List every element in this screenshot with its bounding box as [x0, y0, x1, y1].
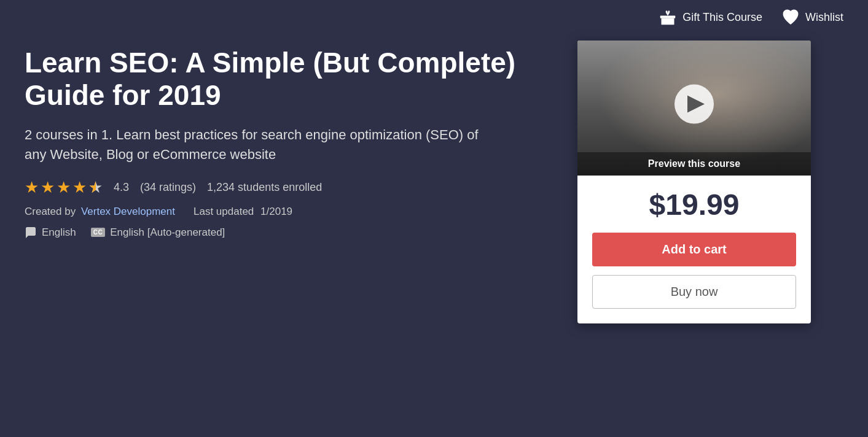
star-4: ★ [72, 178, 87, 197]
card-body: $19.99 Add to cart Buy now [577, 176, 811, 323]
star-2: ★ [41, 178, 55, 197]
svg-rect-0 [660, 15, 676, 18]
top-bar: Gift This Course Wishlist [0, 0, 868, 34]
author-name: Vertex Development [81, 206, 175, 217]
preview-label: Preview this course [577, 152, 811, 176]
created-by-label: Created by Vertex Development [25, 206, 175, 218]
last-updated: Last updated 1/2019 [194, 206, 292, 218]
language-item: English [25, 226, 76, 239]
gift-course-button[interactable]: Gift This Course [659, 9, 762, 26]
star-rating: ★ ★ ★ ★ ★★ [25, 178, 103, 197]
cc-language-item: CC English [Auto-generated] [91, 226, 225, 239]
rating-row: ★ ★ ★ ★ ★★ 4.3 (34 ratings) 1,234 studen… [25, 178, 553, 197]
heart-icon [782, 9, 799, 26]
play-button[interactable] [674, 85, 714, 124]
wishlist-label: Wishlist [805, 11, 843, 24]
cc-badge: CC [91, 228, 105, 237]
star-3: ★ [57, 178, 71, 197]
star-1: ★ [25, 178, 39, 197]
course-title: Learn SEO: A Simple (But Complete) Guide… [25, 47, 553, 112]
cc-language-text: English [Auto-generated] [110, 226, 225, 239]
star-5: ★★ [88, 178, 103, 197]
preview-video[interactable]: Preview this course [577, 41, 811, 176]
wishlist-button[interactable]: Wishlist [782, 9, 843, 26]
course-subtitle: 2 courses in 1. Learn best practices for… [25, 125, 479, 164]
add-to-cart-button[interactable]: Add to cart [592, 233, 796, 266]
main-content: Learn SEO: A Simple (But Complete) Guide… [0, 34, 868, 342]
price: $19.99 [592, 188, 796, 222]
language-row: English CC English [Auto-generated] [25, 226, 553, 239]
gift-icon [659, 9, 676, 26]
rating-value: 4.3 [114, 181, 129, 194]
course-card: Preview this course $19.99 Add to cart B… [577, 41, 811, 323]
buy-now-button[interactable]: Buy now [592, 275, 796, 309]
gift-course-label: Gift This Course [682, 11, 762, 24]
left-panel: Learn SEO: A Simple (But Complete) Guide… [25, 41, 553, 323]
language-text: English [42, 226, 76, 239]
students-enrolled: 1,234 students enrolled [207, 181, 322, 194]
meta-row: Created by Vertex Development Last updat… [25, 206, 553, 218]
speech-bubble-icon [25, 226, 37, 239]
rating-count: (34 ratings) [140, 181, 196, 194]
svg-rect-1 [662, 18, 674, 25]
